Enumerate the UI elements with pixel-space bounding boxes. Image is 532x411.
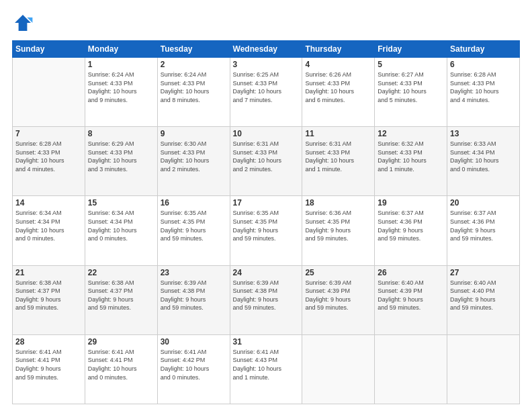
day-number: 5 bbox=[378, 60, 444, 69]
logo-icon bbox=[12, 12, 34, 34]
day-number: 6 bbox=[450, 60, 517, 69]
day-number: 13 bbox=[450, 129, 517, 138]
calendar-cell: 16Sunrise: 6:35 AM Sunset: 4:35 PM Dayli… bbox=[157, 196, 230, 265]
header bbox=[12, 12, 520, 34]
day-info: Sunrise: 6:33 AM Sunset: 4:34 PM Dayligh… bbox=[450, 140, 517, 173]
calendar-header: SundayMondayTuesdayWednesdayThursdayFrid… bbox=[13, 41, 520, 58]
calendar-cell: 23Sunrise: 6:39 AM Sunset: 4:38 PM Dayli… bbox=[157, 265, 230, 334]
calendar-cell bbox=[302, 334, 375, 404]
calendar-cell: 2Sunrise: 6:24 AM Sunset: 4:33 PM Daylig… bbox=[157, 58, 230, 127]
calendar-cell: 10Sunrise: 6:31 AM Sunset: 4:33 PM Dayli… bbox=[230, 127, 302, 196]
calendar-week-3: 14Sunrise: 6:34 AM Sunset: 4:34 PM Dayli… bbox=[13, 196, 520, 265]
calendar-cell bbox=[447, 334, 520, 404]
calendar-cell: 7Sunrise: 6:28 AM Sunset: 4:33 PM Daylig… bbox=[13, 127, 85, 196]
day-number: 15 bbox=[88, 198, 154, 208]
day-info: Sunrise: 6:35 AM Sunset: 4:35 PM Dayligh… bbox=[233, 209, 300, 242]
calendar-cell: 28Sunrise: 6:41 AM Sunset: 4:41 PM Dayli… bbox=[13, 334, 85, 404]
day-number: 30 bbox=[161, 337, 227, 347]
day-info: Sunrise: 6:37 AM Sunset: 4:36 PM Dayligh… bbox=[378, 209, 444, 242]
day-info: Sunrise: 6:37 AM Sunset: 4:36 PM Dayligh… bbox=[450, 209, 517, 242]
day-info: Sunrise: 6:30 AM Sunset: 4:33 PM Dayligh… bbox=[161, 140, 227, 173]
day-info: Sunrise: 6:25 AM Sunset: 4:33 PM Dayligh… bbox=[233, 71, 300, 104]
calendar-cell: 17Sunrise: 6:35 AM Sunset: 4:35 PM Dayli… bbox=[230, 196, 302, 265]
calendar-cell: 3Sunrise: 6:25 AM Sunset: 4:33 PM Daylig… bbox=[230, 58, 302, 127]
day-number: 27 bbox=[450, 268, 517, 277]
day-info: Sunrise: 6:24 AM Sunset: 4:33 PM Dayligh… bbox=[88, 71, 154, 104]
day-number: 23 bbox=[161, 268, 227, 277]
day-number: 29 bbox=[88, 337, 154, 347]
calendar-week-5: 28Sunrise: 6:41 AM Sunset: 4:41 PM Dayli… bbox=[13, 334, 520, 404]
calendar-cell: 29Sunrise: 6:41 AM Sunset: 4:41 PM Dayli… bbox=[85, 334, 157, 404]
calendar-cell: 4Sunrise: 6:26 AM Sunset: 4:33 PM Daylig… bbox=[302, 58, 375, 127]
day-number: 19 bbox=[378, 198, 444, 208]
weekday-row: SundayMondayTuesdayWednesdayThursdayFrid… bbox=[13, 41, 520, 58]
day-number: 9 bbox=[161, 129, 227, 138]
day-number: 31 bbox=[233, 337, 300, 347]
calendar-cell bbox=[375, 334, 447, 404]
day-number: 28 bbox=[15, 337, 82, 347]
day-number: 11 bbox=[305, 129, 371, 138]
day-info: Sunrise: 6:28 AM Sunset: 4:33 PM Dayligh… bbox=[450, 71, 517, 104]
day-number: 20 bbox=[450, 198, 517, 208]
calendar-week-4: 21Sunrise: 6:38 AM Sunset: 4:37 PM Dayli… bbox=[13, 265, 520, 334]
calendar-cell: 1Sunrise: 6:24 AM Sunset: 4:33 PM Daylig… bbox=[85, 58, 157, 127]
weekday-header-tuesday: Tuesday bbox=[157, 41, 230, 58]
page: SundayMondayTuesdayWednesdayThursdayFrid… bbox=[0, 0, 532, 411]
day-info: Sunrise: 6:35 AM Sunset: 4:35 PM Dayligh… bbox=[161, 209, 227, 242]
weekday-header-saturday: Saturday bbox=[447, 41, 520, 58]
calendar-cell: 11Sunrise: 6:31 AM Sunset: 4:33 PM Dayli… bbox=[302, 127, 375, 196]
day-number: 10 bbox=[233, 129, 300, 138]
day-info: Sunrise: 6:40 AM Sunset: 4:40 PM Dayligh… bbox=[450, 279, 517, 312]
day-info: Sunrise: 6:40 AM Sunset: 4:39 PM Dayligh… bbox=[378, 279, 444, 312]
day-info: Sunrise: 6:39 AM Sunset: 4:38 PM Dayligh… bbox=[233, 279, 300, 312]
day-number: 22 bbox=[88, 268, 154, 277]
day-info: Sunrise: 6:27 AM Sunset: 4:33 PM Dayligh… bbox=[378, 71, 444, 104]
day-info: Sunrise: 6:28 AM Sunset: 4:33 PM Dayligh… bbox=[15, 140, 82, 173]
day-info: Sunrise: 6:24 AM Sunset: 4:33 PM Dayligh… bbox=[161, 71, 227, 104]
day-number: 21 bbox=[15, 268, 82, 277]
day-info: Sunrise: 6:39 AM Sunset: 4:38 PM Dayligh… bbox=[161, 279, 227, 312]
day-number: 1 bbox=[88, 60, 154, 69]
day-number: 2 bbox=[161, 60, 227, 69]
day-info: Sunrise: 6:38 AM Sunset: 4:37 PM Dayligh… bbox=[15, 279, 82, 312]
calendar-cell: 6Sunrise: 6:28 AM Sunset: 4:33 PM Daylig… bbox=[447, 58, 520, 127]
calendar-cell: 21Sunrise: 6:38 AM Sunset: 4:37 PM Dayli… bbox=[13, 265, 85, 334]
calendar-body: 1Sunrise: 6:24 AM Sunset: 4:33 PM Daylig… bbox=[13, 58, 520, 404]
day-number: 18 bbox=[305, 198, 371, 208]
calendar-cell: 12Sunrise: 6:32 AM Sunset: 4:33 PM Dayli… bbox=[375, 127, 447, 196]
day-number: 3 bbox=[233, 60, 300, 69]
day-info: Sunrise: 6:26 AM Sunset: 4:33 PM Dayligh… bbox=[305, 71, 371, 104]
calendar-cell: 26Sunrise: 6:40 AM Sunset: 4:39 PM Dayli… bbox=[375, 265, 447, 334]
day-number: 16 bbox=[161, 198, 227, 208]
calendar-cell: 9Sunrise: 6:30 AM Sunset: 4:33 PM Daylig… bbox=[157, 127, 230, 196]
day-number: 14 bbox=[15, 198, 82, 208]
calendar-cell: 30Sunrise: 6:41 AM Sunset: 4:42 PM Dayli… bbox=[157, 334, 230, 404]
calendar-cell: 18Sunrise: 6:36 AM Sunset: 4:35 PM Dayli… bbox=[302, 196, 375, 265]
day-info: Sunrise: 6:36 AM Sunset: 4:35 PM Dayligh… bbox=[305, 209, 371, 242]
calendar-table: SundayMondayTuesdayWednesdayThursdayFrid… bbox=[12, 40, 520, 404]
day-info: Sunrise: 6:29 AM Sunset: 4:33 PM Dayligh… bbox=[88, 140, 154, 173]
logo bbox=[12, 12, 36, 34]
calendar-cell: 31Sunrise: 6:41 AM Sunset: 4:43 PM Dayli… bbox=[230, 334, 302, 404]
day-info: Sunrise: 6:41 AM Sunset: 4:42 PM Dayligh… bbox=[161, 348, 227, 381]
calendar-week-2: 7Sunrise: 6:28 AM Sunset: 4:33 PM Daylig… bbox=[13, 127, 520, 196]
day-info: Sunrise: 6:41 AM Sunset: 4:41 PM Dayligh… bbox=[88, 348, 154, 381]
day-number: 26 bbox=[378, 268, 444, 277]
day-info: Sunrise: 6:34 AM Sunset: 4:34 PM Dayligh… bbox=[15, 209, 82, 242]
day-info: Sunrise: 6:39 AM Sunset: 4:39 PM Dayligh… bbox=[305, 279, 371, 312]
day-number: 25 bbox=[305, 268, 371, 277]
day-info: Sunrise: 6:31 AM Sunset: 4:33 PM Dayligh… bbox=[305, 140, 371, 173]
calendar-cell: 14Sunrise: 6:34 AM Sunset: 4:34 PM Dayli… bbox=[13, 196, 85, 265]
weekday-header-thursday: Thursday bbox=[302, 41, 375, 58]
day-number: 24 bbox=[233, 268, 300, 277]
calendar-cell: 27Sunrise: 6:40 AM Sunset: 4:40 PM Dayli… bbox=[447, 265, 520, 334]
day-info: Sunrise: 6:32 AM Sunset: 4:33 PM Dayligh… bbox=[378, 140, 444, 173]
day-info: Sunrise: 6:41 AM Sunset: 4:41 PM Dayligh… bbox=[15, 348, 82, 381]
calendar-week-1: 1Sunrise: 6:24 AM Sunset: 4:33 PM Daylig… bbox=[13, 58, 520, 127]
weekday-header-monday: Monday bbox=[85, 41, 157, 58]
calendar-cell: 5Sunrise: 6:27 AM Sunset: 4:33 PM Daylig… bbox=[375, 58, 447, 127]
day-number: 4 bbox=[305, 60, 371, 69]
day-number: 8 bbox=[88, 129, 154, 138]
weekday-header-wednesday: Wednesday bbox=[230, 41, 302, 58]
day-info: Sunrise: 6:34 AM Sunset: 4:34 PM Dayligh… bbox=[88, 209, 154, 242]
